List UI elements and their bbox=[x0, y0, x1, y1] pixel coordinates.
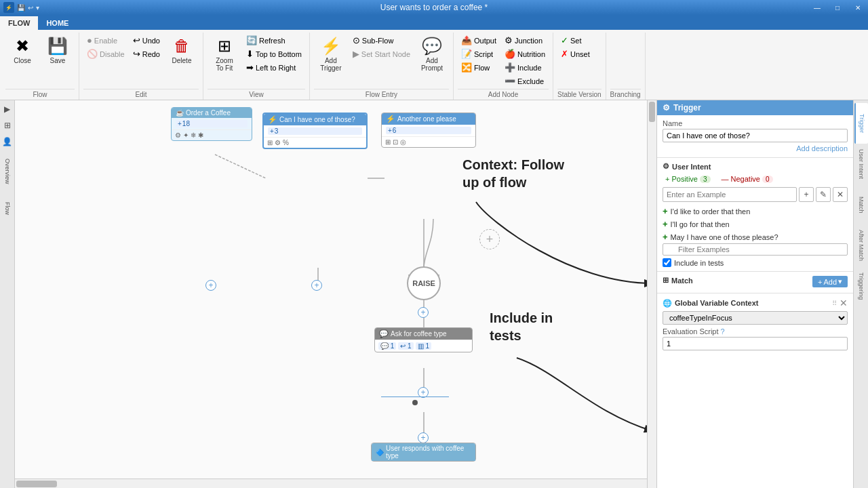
set-start-node-button[interactable]: ▶ Set Start Node bbox=[349, 47, 414, 60]
plus-after-raise[interactable]: + bbox=[418, 307, 429, 318]
right-tab-after-match[interactable]: After Match bbox=[854, 225, 868, 266]
panel-header-icon: ⚙ bbox=[663, 103, 670, 113]
ask-node[interactable]: 💬 Ask for coffee type 💬 1 ↩ 1 ▥ 1 bbox=[374, 327, 473, 352]
close-button-ribbon[interactable]: ✖ Close bbox=[5, 34, 39, 67]
right-tab-user-intent[interactable]: User Intent bbox=[854, 144, 868, 184]
right-tab-match[interactable]: Match bbox=[854, 184, 868, 225]
add-node-ghost[interactable]: + bbox=[479, 229, 500, 249]
tab-flow[interactable]: FLOW bbox=[0, 16, 38, 30]
negative-tab[interactable]: — Negative 0 bbox=[719, 174, 776, 184]
right-tab-trigger[interactable]: Trigger bbox=[854, 103, 868, 144]
redo-button[interactable]: ↪ Redo bbox=[130, 47, 163, 60]
top-bottom-icon: ⬇ bbox=[246, 49, 254, 59]
asterisk-icon[interactable]: ✱ bbox=[198, 131, 203, 139]
sidebar-icon-user[interactable]: 👤 bbox=[1, 136, 14, 148]
annotation-context-follow: Context: Followup of flow bbox=[462, 156, 564, 191]
script-button[interactable]: 📝 Script bbox=[458, 47, 500, 60]
add-trigger-button[interactable]: ⚡ AddTrigger bbox=[314, 34, 348, 75]
ask-count3: ▥ 1 bbox=[416, 342, 431, 350]
include-tests-checkbox[interactable] bbox=[663, 258, 671, 267]
disable-label: Disable bbox=[100, 50, 125, 58]
junction-icon: ⚙ bbox=[505, 35, 513, 45]
example-input[interactable] bbox=[663, 187, 797, 202]
sidebar-icon-arrow[interactable]: ▶ bbox=[1, 103, 14, 115]
name-input[interactable] bbox=[663, 129, 848, 142]
another-circle-icon[interactable]: ◎ bbox=[400, 138, 406, 146]
raise-node[interactable]: RAISE bbox=[407, 266, 441, 300]
junction-button[interactable]: ⚙ Junction bbox=[501, 34, 549, 47]
delete-example-btn[interactable]: ✕ bbox=[833, 187, 848, 202]
output-button[interactable]: 📤 Output bbox=[458, 34, 500, 47]
right-tab-triggering[interactable]: Triggering bbox=[854, 266, 868, 306]
quick-access-save[interactable]: 💾 bbox=[17, 4, 25, 12]
exclude-button[interactable]: ➖ Exclude bbox=[501, 75, 549, 87]
plus-trigger-bottom[interactable]: + bbox=[311, 280, 322, 291]
sub-flow-button[interactable]: ⊙ Sub-Flow bbox=[349, 34, 414, 47]
left-to-right-button[interactable]: ➡ Left to Right bbox=[243, 61, 305, 74]
order-coffee-node[interactable]: ☕ Order a Coffee + 18 ⚙ ✦ ❄ ✱ bbox=[171, 107, 252, 141]
eval-help-icon: ? bbox=[721, 327, 725, 336]
minimize-button[interactable]: — bbox=[807, 0, 827, 15]
quick-access-dropdown[interactable]: ▾ bbox=[36, 4, 39, 12]
another-hash-icon[interactable]: ⊞ bbox=[385, 138, 391, 146]
include-tests-label: Include in tests bbox=[674, 259, 724, 267]
sidebar-icon-flow[interactable]: Flow bbox=[1, 202, 14, 214]
disable-button[interactable]: 🚫 Disable bbox=[83, 47, 128, 60]
right-tab-trigger-label: Trigger bbox=[859, 114, 865, 133]
plus-order-bottom[interactable]: + bbox=[205, 280, 216, 291]
delete-button[interactable]: 🗑 Delete bbox=[165, 34, 199, 67]
zoom-to-fit-button[interactable]: ⊞ ZoomTo Fit bbox=[208, 34, 241, 75]
top-to-bottom-button[interactable]: ⬇ Top to Bottom bbox=[243, 47, 305, 60]
refresh-button[interactable]: 🔄 Refresh bbox=[243, 34, 305, 47]
flow-button[interactable]: 🔀 Flow bbox=[458, 61, 500, 74]
maximize-button[interactable]: □ bbox=[827, 0, 848, 15]
another-node-title: Another one please bbox=[397, 115, 456, 123]
canvas-scrollbar-h[interactable] bbox=[15, 479, 647, 488]
filter-input[interactable] bbox=[663, 243, 848, 256]
trigger-node[interactable]: ⚡ Can I have one of those? + 3 ⊞ ⚙ % bbox=[262, 113, 368, 149]
canvas-scrollbar-v[interactable] bbox=[647, 100, 656, 488]
include-button[interactable]: ➕ Include bbox=[501, 61, 549, 74]
match-add-button[interactable]: + Add ▾ bbox=[812, 276, 848, 287]
close-button[interactable]: ✕ bbox=[848, 0, 868, 15]
snowflake-icon[interactable]: ❄ bbox=[191, 131, 196, 139]
add-trigger-icon: ⚡ bbox=[321, 37, 341, 56]
canvas-area[interactable]: ☕ Order a Coffee + 18 ⚙ ✦ ❄ ✱ bbox=[15, 100, 656, 488]
give-response-node[interactable]: GIVE RESPONSE bbox=[381, 395, 449, 405]
name-section: Name Add description bbox=[657, 115, 853, 158]
star-icon[interactable]: ✦ bbox=[183, 131, 189, 139]
save-button-ribbon[interactable]: 💾 Save bbox=[41, 34, 75, 67]
enable-label: Enable bbox=[94, 37, 117, 45]
sidebar-icon-overview[interactable]: Overview bbox=[1, 165, 14, 178]
close-global-var[interactable]: ✕ bbox=[840, 298, 848, 308]
set-button[interactable]: ✓ Set bbox=[557, 34, 593, 47]
enable-button[interactable]: ● Enable bbox=[83, 34, 128, 47]
user-responds-icon: 🔷 bbox=[376, 449, 384, 456]
intent-tabs: + Positive 3 — Negative 0 bbox=[663, 174, 848, 184]
drag-handle[interactable]: ⠿ bbox=[832, 300, 837, 307]
edit-example-btn[interactable]: ✎ bbox=[816, 187, 831, 202]
user-responds-node[interactable]: 🔷 User responds with coffee type bbox=[371, 443, 476, 462]
unset-button[interactable]: ✗ Unset bbox=[557, 47, 593, 60]
another-expand-icon[interactable]: ⊡ bbox=[393, 138, 398, 146]
another-node-count: + 6 bbox=[386, 127, 471, 134]
var-select[interactable]: coffeeTypeInFocus bbox=[663, 311, 848, 325]
settings2-icon[interactable]: ⚙ bbox=[275, 139, 281, 146]
hash-icon[interactable]: ⊞ bbox=[267, 139, 273, 146]
undo-button[interactable]: ↩ Undo bbox=[130, 34, 163, 47]
eval-input[interactable] bbox=[663, 337, 848, 350]
tab-home[interactable]: HOME bbox=[38, 16, 77, 30]
percent-icon[interactable]: % bbox=[283, 139, 289, 146]
plus-after-give[interactable]: + bbox=[418, 432, 429, 443]
nutrition-button[interactable]: 🍎 Nutrition bbox=[501, 47, 549, 60]
global-var-icon: 🌐 bbox=[663, 299, 672, 308]
positive-tab[interactable]: + Positive 3 bbox=[663, 174, 713, 184]
title-bar: ⚡ 💾 ↩ ▾ User wants to order a coffee * —… bbox=[0, 0, 868, 15]
settings-icon[interactable]: ⚙ bbox=[175, 131, 181, 139]
quick-access-undo[interactable]: ↩ bbox=[28, 4, 33, 12]
add-example-btn[interactable]: + bbox=[799, 187, 814, 202]
sidebar-icon-grid[interactable]: ⊞ bbox=[1, 119, 14, 131]
another-node[interactable]: ⚡ Another one please + 6 ⊞ ⊡ ◎ bbox=[381, 113, 476, 148]
add-prompt-button[interactable]: 💬 AddPrompt bbox=[415, 34, 449, 75]
add-description-link[interactable]: Add description bbox=[796, 144, 848, 152]
